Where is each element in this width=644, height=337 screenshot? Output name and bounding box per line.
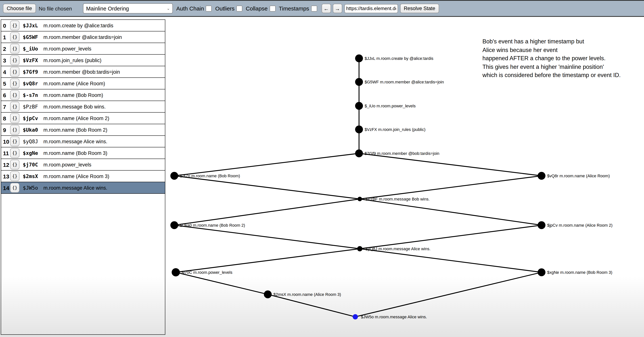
dag-node-$jpCv[interactable] [538,221,546,229]
ordering-select[interactable]: Mainline Ordering ⌄ [83,3,173,14]
event-id: $Uka0 [23,127,40,133]
event-row[interactable]: 6{}$-s7nm.room.name (Bob Room) [1,90,165,101]
dag-node-$2msX[interactable] [264,290,272,298]
dag-node-$Uka0[interactable] [170,221,178,229]
outliers-checkbox[interactable] [236,6,242,12]
event-row[interactable]: 2{}$_iUom.room.power_levels [1,43,165,54]
json-view-button[interactable]: {} [10,55,20,65]
annotation-line: This gives her event a higher 'mainline … [482,63,621,71]
json-view-button[interactable]: {} [10,78,20,88]
collapse-label: Collapse [246,5,268,12]
timestamps-checkbox[interactable] [311,6,317,12]
dag-node-$G5WF[interactable] [355,78,363,86]
mainline-annotation: Bob's event has a higher timestamp butAl… [482,38,621,80]
event-row[interactable]: 10{}$yQ8Jm.room.message Alice wins. [1,136,165,147]
event-row[interactable]: 14{}$JW5om.room.message Alice wins. [1,182,165,194]
event-id: $JW5o [23,185,40,191]
dag-node-$_iUo[interactable] [355,102,363,110]
back-button[interactable]: ← [322,4,331,13]
event-index: 2 [3,46,9,52]
event-description: m.room.create by @alice:tardis [44,23,113,28]
json-view-button[interactable]: {} [10,44,20,54]
json-view-button[interactable]: {} [10,160,20,170]
event-id: $_iUo [23,46,40,52]
event-description: m.room.message Bob wins. [44,104,106,110]
dag-edge [355,272,542,317]
event-description: m.room.message Alice wins. [44,138,107,144]
event-row[interactable]: 0{}$JJxLm.room.create by @alice:tardis [1,20,165,32]
dag-edge [268,294,355,317]
event-row[interactable]: 3{}$VzFXm.room.join_rules (public) [1,54,165,66]
event-description: m.room.join_rules (public) [44,58,102,63]
event-id: $xgNe [23,150,40,156]
json-view-button[interactable]: {} [10,20,20,30]
event-row[interactable]: 11{}$xgNem.room.name (Bob Room 3) [1,147,165,159]
json-view-button[interactable]: {} [10,113,20,123]
event-row[interactable]: 7{}$PzBFm.room.message Bob wins. [1,101,165,112]
event-id: $vQ8r [23,80,40,86]
event-row[interactable]: 9{}$Uka0m.room.name (Bob Room 2) [1,124,165,136]
event-index: 4 [3,69,9,75]
url-input[interactable] [344,4,398,13]
dag-node-$JW5o[interactable] [353,314,358,320]
dag-node-label: $2msX m.room.name (Alice Room 3) [274,292,341,297]
dag-node-$VzFX[interactable] [355,126,363,133]
event-id: $2msX [23,173,40,179]
dag-node-label: $7Gf9 m.room.member @bob:tardis=join [365,151,440,156]
event-row[interactable]: 1{}$G5WFm.room.member @alice:tardis=join [1,32,165,43]
dag-node-label: $Uka0 m.room.name (Bob Room 2) [180,223,245,228]
outliers-label: Outliers [215,5,234,12]
json-view-button[interactable]: {} [10,90,20,100]
dag-node-$xgNe[interactable] [538,268,546,276]
event-row[interactable]: 12{}$j70Cm.room.power_levels [1,159,165,170]
dag-node-label: $JJxL m.room.create by @alice:tardis [365,56,434,61]
json-view-button[interactable]: {} [10,148,20,158]
auth-chain-label: Auth Chain [176,5,204,12]
timestamps-checkbox-group: Timestamps [279,5,317,12]
dag-node-$7Gf9[interactable] [355,150,363,157]
event-index: 14 [3,184,9,191]
dag-edge [174,225,360,249]
dag-edge [176,249,360,272]
dag-node-$JJxL[interactable] [355,54,363,62]
json-view-button[interactable]: {} [10,171,20,181]
json-view-button[interactable]: {} [10,136,20,146]
file-status-text: No file chosen [39,6,72,12]
resolve-state-button[interactable]: Resolve State [400,4,439,13]
json-view-button[interactable]: {} [10,102,20,112]
choose-file-button[interactable]: Choose file [3,4,36,13]
dag-node-$yQ8J[interactable] [357,246,362,251]
dag-node-$j70C[interactable] [172,268,180,276]
json-view-button[interactable]: {} [10,183,20,192]
event-id: $G5WF [23,34,40,40]
dag-node-label: $G5WF m.room.member @alice:tardis=join [365,80,444,84]
event-row[interactable]: 8{}$jpCvm.room.name (Alice Room 2) [1,112,165,124]
dag-node-$vQ8r[interactable] [538,172,546,180]
json-view-button[interactable]: {} [10,125,20,135]
event-index: 9 [3,126,9,133]
dag-node-label: $PzBF m.room.message Bob wins. [366,197,430,202]
dag-node-label: $xgNe m.room.name (Bob Room 3) [547,270,612,275]
dag-edge [360,176,542,199]
annotation-line: which is considered before the timestamp… [482,71,621,80]
json-view-button[interactable]: {} [10,32,20,42]
collapse-checkbox[interactable] [270,6,276,12]
json-view-button[interactable]: {} [10,67,20,77]
dag-edge [359,153,542,176]
event-row[interactable]: 4{}$7Gf9m.room.member @bob:tardis=join [1,66,165,78]
app-root: $JJxL m.room.create by @alice:tardis$G5W… [0,0,644,337]
dag-edge [360,249,542,272]
dag-node-label: $yQ8J m.room.message Alice wins. [366,246,430,251]
event-id: $jpCv [23,115,40,121]
dag-node-$PzBF[interactable] [358,197,362,201]
event-index: 13 [3,173,9,179]
dag-node-$-s7n[interactable] [170,172,178,180]
dag-node-label: $j70C m.room.power_levels [182,270,232,275]
event-index: 5 [3,80,9,86]
event-description: m.room.name (Alice Room 2) [44,116,110,121]
forward-button[interactable]: → [333,4,342,13]
dag-node-label: $VzFX m.room.join_rules (public) [365,127,426,132]
auth-chain-checkbox[interactable] [206,6,212,12]
event-row[interactable]: 13{}$2msXm.room.name (Alice Room 3) [1,170,165,182]
event-row[interactable]: 5{}$vQ8rm.room.name (Alice Room) [1,78,165,90]
